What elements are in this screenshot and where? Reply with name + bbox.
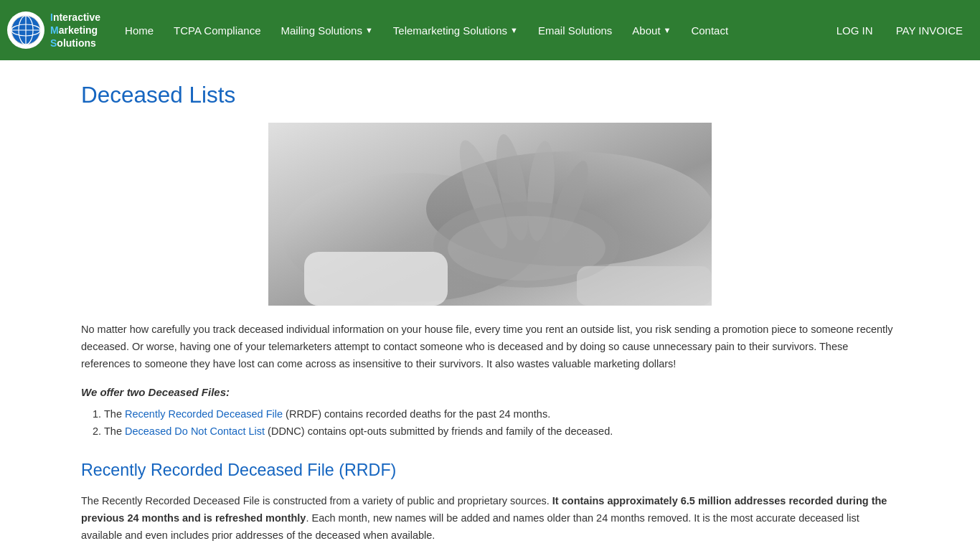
telemarketing-dropdown-arrow: ▼ bbox=[510, 26, 518, 34]
hero-image bbox=[268, 123, 712, 306]
rrdf-prefix: The bbox=[104, 408, 125, 420]
log-in-link[interactable]: LOG IN bbox=[826, 19, 883, 42]
rrdf-section-title: Recently Recorded Deceased File (RRDF) bbox=[81, 461, 899, 480]
page-title: Deceased Lists bbox=[81, 82, 899, 108]
file-list-item-ddnc: The Deceased Do Not Contact List (DDNC) … bbox=[104, 423, 899, 441]
rrdf-suffix: (RRDF) contains recorded deaths for the … bbox=[283, 408, 550, 420]
nav-email[interactable]: Email Solutions bbox=[528, 17, 622, 44]
intro-paragraph: No matter how carefully you track deceas… bbox=[81, 321, 899, 373]
nav-home[interactable]: Home bbox=[115, 17, 164, 44]
nav-tcpa[interactable]: TCPA Compliance bbox=[164, 17, 270, 44]
mailing-dropdown-arrow: ▼ bbox=[365, 26, 373, 34]
nav-telemarketing[interactable]: Telemarketing Solutions ▼ bbox=[383, 17, 528, 44]
file-list: The Recently Recorded Deceased File (RRD… bbox=[104, 405, 899, 441]
main-nav: Interactive Marketing Solutions Home TCP… bbox=[0, 0, 980, 60]
main-content: Deceased Lists bbox=[67, 60, 913, 551]
svg-rect-15 bbox=[577, 266, 712, 306]
logo-link[interactable]: Interactive Marketing Solutions bbox=[7, 11, 100, 50]
logo-globe bbox=[7, 11, 44, 49]
hero-svg bbox=[268, 123, 712, 306]
ddnc-prefix: The bbox=[104, 425, 125, 437]
rrdf-link[interactable]: Recently Recorded Deceased File bbox=[125, 408, 283, 420]
pay-invoice-link[interactable]: PAY INVOICE bbox=[886, 19, 973, 42]
nav-right-actions: LOG IN PAY INVOICE bbox=[826, 19, 973, 42]
offer-heading: We offer two Deceased Files: bbox=[81, 386, 899, 398]
nav-contact[interactable]: Contact bbox=[681, 17, 738, 44]
nav-about[interactable]: About ▼ bbox=[622, 17, 681, 44]
ddnc-link[interactable]: Deceased Do Not Contact List bbox=[125, 425, 265, 437]
svg-rect-14 bbox=[304, 252, 448, 306]
ddnc-suffix: (DDNC) contains opt-outs submitted by fr… bbox=[265, 425, 613, 437]
about-dropdown-arrow: ▼ bbox=[664, 26, 672, 34]
file-list-item-rrdf: The Recently Recorded Deceased File (RRD… bbox=[104, 405, 899, 423]
nav-mailing[interactable]: Mailing Solutions ▼ bbox=[271, 17, 383, 44]
rrdf-description: The Recently Recorded Deceased File is c… bbox=[81, 493, 899, 545]
logo-text: Interactive Marketing Solutions bbox=[50, 11, 100, 50]
globe-icon bbox=[10, 14, 42, 46]
rrdf-text-before-bold: The Recently Recorded Deceased File is c… bbox=[81, 495, 552, 507]
nav-links: Home TCPA Compliance Mailing Solutions ▼… bbox=[115, 17, 826, 44]
